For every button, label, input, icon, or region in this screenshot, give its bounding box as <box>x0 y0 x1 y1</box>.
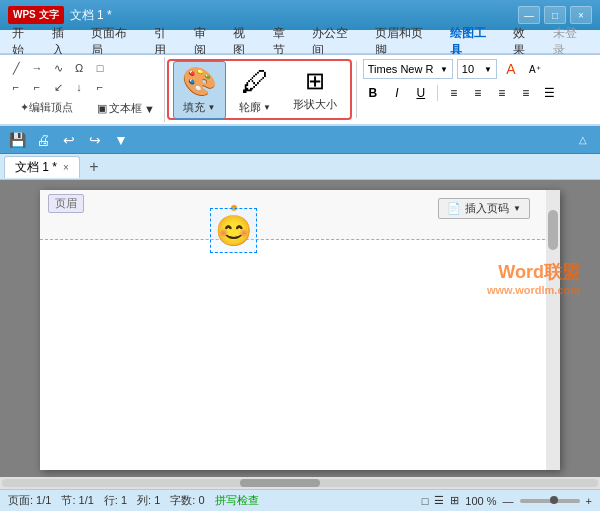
fill-button[interactable]: 🎨 填充 ▼ <box>173 61 226 119</box>
maximize-button[interactable]: □ <box>544 6 566 24</box>
fill-label: 填充 ▼ <box>183 100 215 115</box>
justify-button[interactable]: ≡ <box>516 83 536 103</box>
window-controls: — □ × <box>518 6 592 24</box>
watermark: Word联盟 www.wordlm.com <box>487 260 580 296</box>
font-size-arrow-icon: ▼ <box>484 65 492 74</box>
wps-logo: WPS 文字 <box>8 6 64 24</box>
italic-button[interactable]: I <box>387 83 407 103</box>
collapse-ribbon-button[interactable]: △ <box>572 129 594 151</box>
separator-2 <box>437 85 438 101</box>
edit-tools: ✦ 编辑顶点 ▣ 文本框 ▼ <box>6 98 162 119</box>
zoom-plus-button[interactable]: + <box>586 495 592 507</box>
underline-button[interactable]: U <box>411 83 431 103</box>
status-view-icon1[interactable]: □ <box>422 495 429 507</box>
curve-tool[interactable]: ∿ <box>48 59 68 77</box>
qa-save-button[interactable]: 💾 <box>6 129 28 151</box>
status-section: 节: 1/1 <box>61 493 93 508</box>
fill-outline-size-group: 🎨 填充 ▼ 🖊 轮廓 ▼ ⊞ <box>167 59 352 120</box>
watermark-line2: www.wordlm.com <box>487 284 580 296</box>
status-col: 列: 1 <box>137 493 160 508</box>
status-left: 页面: 1/1 节: 1/1 行: 1 列: 1 字数: 0 拼写检查 <box>8 493 259 508</box>
new-tab-button[interactable]: + <box>84 157 104 177</box>
status-view-icon3[interactable]: ⊞ <box>450 494 459 507</box>
line-tool[interactable]: ╱ <box>6 59 26 77</box>
vertical-scrollbar-thumb[interactable] <box>548 210 558 250</box>
page-body <box>40 240 560 470</box>
font-size-dropdown[interactable]: 10 ▼ <box>457 59 497 79</box>
status-page: 页面: 1/1 <box>8 493 51 508</box>
active-document-tab[interactable]: 文档 1 * × <box>4 156 80 178</box>
arrow-tool[interactable]: → <box>27 59 47 77</box>
down-arrow-tool[interactable]: ↙ <box>48 78 68 96</box>
insert-page-num-arrow: ▼ <box>513 204 521 213</box>
status-bar: 页面: 1/1 节: 1/1 行: 1 列: 1 字数: 0 拼写检查 □ ☰ … <box>0 489 600 511</box>
line-spacing-button[interactable]: ☰ <box>540 83 560 103</box>
close-button[interactable]: × <box>570 6 592 24</box>
text-frame-button[interactable]: ▣ 文本框 ▼ <box>90 98 162 119</box>
elbow-tool[interactable]: ⌐ <box>27 78 47 96</box>
font-increment-button[interactable]: A⁺ <box>525 59 545 79</box>
horizontal-scrollbar[interactable] <box>0 477 600 489</box>
insert-page-number-button[interactable]: 📄 插入页码 ▼ <box>438 198 530 219</box>
status-view-icon2[interactable]: ☰ <box>434 494 444 507</box>
font-color-button[interactable]: A <box>501 59 521 79</box>
doc-tab-close-icon[interactable]: × <box>63 162 69 173</box>
qa-dropdown-button[interactable]: ▼ <box>110 129 132 151</box>
h-scrollbar-thumb[interactable] <box>240 479 320 487</box>
outline-icon: 🖊 <box>241 65 269 98</box>
bracket-tool[interactable]: ⌐ <box>90 78 110 96</box>
qa-redo-button[interactable]: ↪ <box>84 129 106 151</box>
font-row2: B I U ≡ ≡ ≡ ≡ ☰ <box>363 81 560 105</box>
title-bar-left: WPS 文字 文档 1 * <box>8 6 112 24</box>
font-section: Times New R ▼ 10 ▼ A A⁺ B I U ≡ <box>359 57 564 122</box>
shape-size-button[interactable]: ⊞ 形状大小 <box>284 61 346 119</box>
document-area: 页眉 😊 📄 插入页码 ▼ <box>0 180 600 477</box>
status-wordcount: 字数: 0 <box>170 493 204 508</box>
status-zoom: 100 % <box>465 495 496 507</box>
minimize-button[interactable]: — <box>518 6 540 24</box>
freeform-tool[interactable]: Ω <box>69 59 89 77</box>
page-header: 页眉 😊 📄 插入页码 ▼ <box>40 190 560 240</box>
edit-vertices-icon[interactable]: ✦ 编辑顶点 <box>6 98 86 116</box>
qa-undo-button[interactable]: ↩ <box>58 129 80 151</box>
drawing-tools-group: ╱ → ∿ Ω □ ⌐ ⌐ ↙ ↓ ⌐ ✦ 编辑顶点 ▣ 文本框 ▼ <box>4 57 165 122</box>
font-name-dropdown[interactable]: Times New R ▼ <box>363 59 453 79</box>
shape-size-label: 形状大小 <box>293 97 337 112</box>
spell-check-button[interactable]: 拼写检查 <box>215 493 259 508</box>
rect-tool[interactable]: □ <box>90 59 110 77</box>
document-title: 文档 1 * <box>70 7 112 24</box>
down-tool[interactable]: ↓ <box>69 78 89 96</box>
page-num-icon: 📄 <box>447 202 461 215</box>
separator-1 <box>356 61 357 118</box>
bold-button[interactable]: B <box>363 83 383 103</box>
shape-size-icon: ⊞ <box>305 67 325 95</box>
menu-bar: 开始 插入 页面布局 引用 审阅 视图 章节 办公空间 页眉和页脚 绘图工具 效… <box>0 30 600 54</box>
zoom-slider[interactable] <box>520 499 580 503</box>
quick-access-toolbar: 💾 🖨 ↩ ↪ ▼ △ <box>0 126 600 154</box>
align-center-button[interactable]: ≡ <box>468 83 488 103</box>
connector-tool[interactable]: ⌐ <box>6 78 26 96</box>
insert-page-num-label: 插入页码 <box>465 201 509 216</box>
status-right: □ ☰ ⊞ 100 % — + <box>422 494 592 507</box>
fill-icon: 🎨 <box>182 65 217 98</box>
qa-print-button[interactable]: 🖨 <box>32 129 54 151</box>
main-layout: 开始 插入 页面布局 引用 审阅 视图 章节 办公空间 页眉和页脚 绘图工具 效… <box>0 30 600 511</box>
document-page: 页眉 😊 📄 插入页码 ▼ <box>40 190 560 470</box>
document-tabs: 文档 1 * × + <box>0 154 600 180</box>
vertical-scrollbar[interactable] <box>546 190 560 470</box>
font-name-arrow-icon: ▼ <box>440 65 448 74</box>
fill-arrow-icon: ▼ <box>207 103 215 112</box>
zoom-minus-button[interactable]: — <box>503 495 514 507</box>
h-scrollbar-track <box>2 479 598 487</box>
outline-label: 轮廓 ▼ <box>239 100 271 115</box>
doc-tab-title: 文档 1 * <box>15 159 57 176</box>
header-label: 页眉 <box>48 194 84 213</box>
zoom-thumb[interactable] <box>550 496 558 504</box>
ribbon: ╱ → ∿ Ω □ ⌐ ⌐ ↙ ↓ ⌐ ✦ 编辑顶点 ▣ 文本框 ▼ <box>0 54 600 126</box>
align-right-button[interactable]: ≡ <box>492 83 512 103</box>
align-left-button[interactable]: ≡ <box>444 83 464 103</box>
outline-button[interactable]: 🖊 轮廓 ▼ <box>230 61 280 119</box>
font-row1: Times New R ▼ 10 ▼ A A⁺ <box>363 59 560 79</box>
ribbon-content: ╱ → ∿ Ω □ ⌐ ⌐ ↙ ↓ ⌐ ✦ 编辑顶点 ▣ 文本框 ▼ <box>0 54 600 124</box>
outline-arrow-icon: ▼ <box>263 103 271 112</box>
